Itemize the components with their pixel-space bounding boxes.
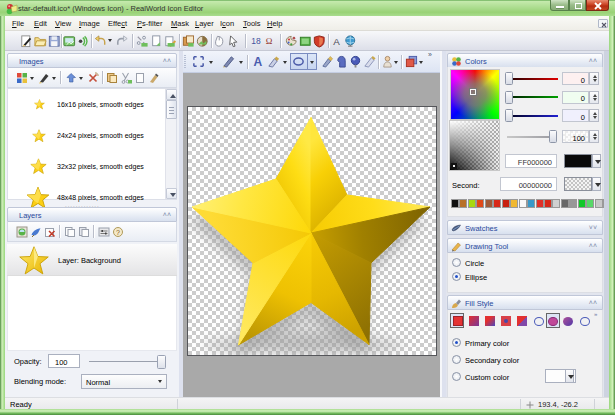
svg-text:18: 18 xyxy=(251,36,261,46)
svg-text:A: A xyxy=(253,55,262,68)
svg-text:?: ? xyxy=(116,228,120,235)
svg-text:Ω: Ω xyxy=(266,36,273,46)
svg-text:A: A xyxy=(333,36,340,47)
